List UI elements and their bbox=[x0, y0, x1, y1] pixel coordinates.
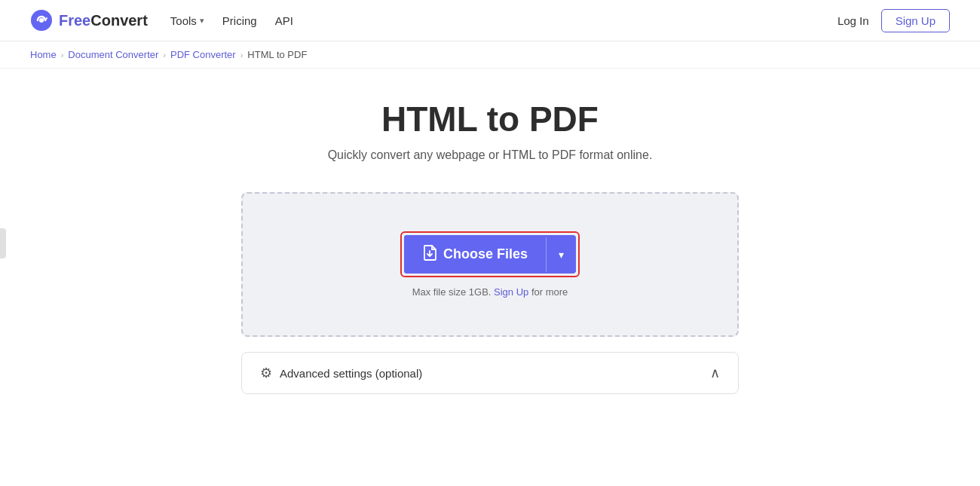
sidebar-handle bbox=[0, 228, 6, 258]
choose-files-wrapper: Choose Files ▾ bbox=[400, 231, 580, 277]
chevron-down-icon: ▾ bbox=[200, 16, 204, 26]
page-title: HTML to PDF bbox=[381, 99, 599, 139]
choose-files-dropdown-button[interactable]: ▾ bbox=[547, 237, 576, 272]
logo-icon bbox=[30, 9, 53, 32]
max-file-text: Max file size 1GB. Sign Up for more bbox=[412, 286, 568, 298]
signup-button[interactable]: Sign Up bbox=[881, 9, 950, 32]
advanced-settings-label: Advanced settings (optional) bbox=[280, 367, 422, 380]
header-left: FreeConvert Tools ▾ Pricing API bbox=[30, 9, 293, 32]
max-file-signup-link[interactable]: Sign Up bbox=[494, 286, 528, 298]
main-content: HTML to PDF Quickly convert any webpage … bbox=[0, 69, 980, 409]
svg-point-1 bbox=[39, 18, 44, 23]
login-button[interactable]: Log In bbox=[838, 14, 869, 27]
advanced-settings[interactable]: ⚙ Advanced settings (optional) ∧ bbox=[241, 352, 739, 394]
logo[interactable]: FreeConvert bbox=[30, 9, 148, 32]
drop-zone[interactable]: Choose Files ▾ Max file size 1GB. Sign U… bbox=[241, 192, 739, 337]
advanced-settings-left: ⚙ Advanced settings (optional) bbox=[260, 365, 422, 381]
logo-text: FreeConvert bbox=[59, 12, 148, 29]
nav-api[interactable]: API bbox=[275, 14, 293, 27]
breadcrumb-sep-3: › bbox=[240, 50, 243, 60]
header: FreeConvert Tools ▾ Pricing API Log In S… bbox=[0, 0, 980, 41]
breadcrumb-document-converter[interactable]: Document Converter bbox=[68, 49, 158, 60]
page-subtitle: Quickly convert any webpage or HTML to P… bbox=[328, 148, 653, 162]
logo-convert: Convert bbox=[90, 12, 148, 29]
choose-files-main-button[interactable]: Choose Files bbox=[404, 235, 546, 274]
breadcrumb-sep-2: › bbox=[163, 50, 166, 60]
chevron-up-icon: ∧ bbox=[710, 365, 720, 381]
chevron-down-icon: ▾ bbox=[559, 249, 564, 261]
header-right: Log In Sign Up bbox=[838, 9, 950, 32]
logo-free: Free bbox=[59, 12, 90, 29]
breadcrumb-pdf-converter[interactable]: PDF Converter bbox=[170, 49, 236, 60]
gear-icon: ⚙ bbox=[260, 365, 272, 381]
breadcrumb-sep-1: › bbox=[61, 50, 64, 60]
nav-tools[interactable]: Tools ▾ bbox=[170, 14, 204, 27]
main-nav: Tools ▾ Pricing API bbox=[170, 14, 293, 27]
file-icon bbox=[422, 244, 437, 264]
breadcrumb-current: HTML to PDF bbox=[247, 49, 307, 60]
choose-files-button[interactable]: Choose Files ▾ bbox=[404, 235, 576, 274]
breadcrumb-home[interactable]: Home bbox=[30, 49, 57, 60]
nav-pricing[interactable]: Pricing bbox=[222, 14, 257, 27]
breadcrumb: Home › Document Converter › PDF Converte… bbox=[0, 41, 980, 69]
choose-files-label: Choose Files bbox=[443, 246, 528, 262]
